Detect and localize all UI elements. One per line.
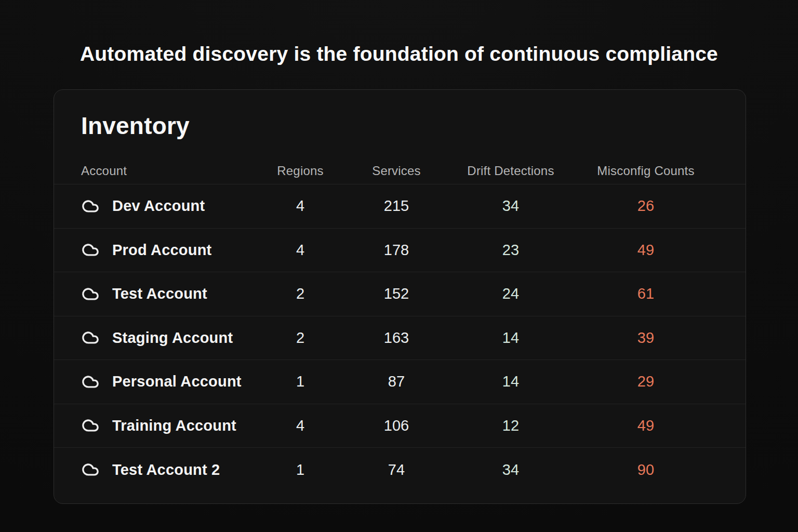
misconfig-value: 29 [573,373,719,390]
column-header-drift: Drift Detections [448,164,573,178]
misconfig-value: 39 [573,329,719,347]
drift-value: 23 [448,242,573,259]
column-header-account: Account [81,164,256,178]
drift-value: 14 [448,329,573,347]
account-name: Test Account [112,285,207,302]
regions-value: 4 [256,417,344,434]
regions-value: 4 [256,197,344,215]
card-title: Inventory [54,90,746,140]
cloud-icon [81,416,100,435]
regions-value: 2 [256,329,344,347]
cloud-icon [81,328,100,347]
cloud-icon [81,241,100,259]
cloud-icon [81,197,100,216]
services-value: 87 [344,373,448,390]
table-row: Dev Account 4 215 34 26 [54,184,746,229]
table-row: Personal Account 1 87 14 29 [54,360,746,404]
cloud-icon [81,285,100,303]
account-name: Prod Account [112,242,211,259]
regions-value: 1 [256,461,344,478]
services-value: 74 [344,461,448,478]
cloud-icon [81,373,100,391]
account-name: Personal Account [112,373,242,390]
drift-value: 12 [448,417,573,434]
services-value: 215 [344,197,448,215]
drift-value: 34 [448,197,573,215]
table-header-row: Account Regions Services Drift Detection… [54,157,746,184]
drift-value: 14 [448,373,573,390]
account-name: Staging Account [112,329,233,347]
misconfig-value: 90 [573,461,719,478]
services-value: 106 [344,417,448,434]
regions-value: 1 [256,373,344,390]
table-row: Test Account 2 152 24 61 [54,272,746,316]
misconfig-value: 26 [573,197,719,215]
column-header-misconfig: Misconfig Counts [573,164,719,178]
regions-value: 2 [256,285,344,302]
services-value: 152 [344,285,448,302]
page-headline: Automated discovery is the foundation of… [0,43,798,65]
inventory-card: Inventory Account Regions Services Drift… [54,89,746,504]
account-name: Training Account [112,417,236,434]
services-value: 178 [344,242,448,259]
column-header-regions: Regions [256,164,344,178]
regions-value: 4 [256,242,344,259]
drift-value: 34 [448,461,573,478]
misconfig-value: 49 [573,242,719,259]
account-name: Test Account 2 [112,461,220,478]
misconfig-value: 49 [573,417,719,434]
misconfig-value: 61 [573,285,719,302]
services-value: 163 [344,329,448,347]
table-row: Test Account 2 1 74 34 90 [54,448,746,492]
account-name: Dev Account [112,197,205,215]
cloud-icon [81,460,100,479]
column-header-services: Services [344,164,448,178]
table-row: Prod Account 4 178 23 49 [54,229,746,273]
drift-value: 24 [448,285,573,302]
table-row: Training Account 4 106 12 49 [54,404,746,448]
table-row: Staging Account 2 163 14 39 [54,316,746,361]
